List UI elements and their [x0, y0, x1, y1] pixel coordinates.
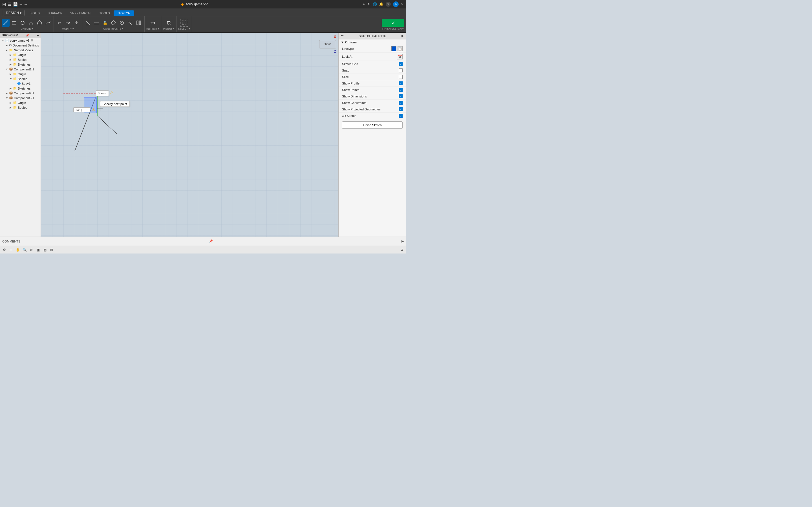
palette-checkbox[interactable]: ✓	[399, 114, 403, 118]
sketch-palette-expand-icon[interactable]: ▶	[402, 34, 404, 38]
arc-tool-btn[interactable]	[27, 19, 35, 27]
tab-sketch[interactable]: SKETCH	[114, 10, 134, 16]
browser-tree-item[interactable]: ▼ 📦 Component3:1	[0, 96, 41, 100]
browser-tree-item[interactable]: ▶ 📦 Component2:1	[0, 91, 41, 96]
finish-sketch-label[interactable]: FINISH SKETCH ▾	[382, 27, 404, 30]
move-tool-btn[interactable]: ✛	[72, 19, 80, 27]
plus-icon[interactable]: ＋	[362, 2, 365, 7]
palette-checkbox[interactable]	[399, 68, 403, 72]
bottom-view-btn[interactable]: □	[8, 247, 14, 253]
comments-pin-icon[interactable]: 📌	[209, 239, 213, 243]
constraint-lock-btn[interactable]: 🔒	[101, 19, 109, 27]
insert-image-btn[interactable]: 🖼	[165, 19, 172, 27]
svg-marker-11	[111, 20, 116, 25]
bottom-display1-btn[interactable]: ▣	[35, 247, 41, 253]
tree-label: Component1:1	[14, 68, 34, 71]
tree-icon: 📄	[5, 39, 9, 42]
browser-tree-item[interactable]: ▶ 📁 Origin	[0, 52, 41, 57]
select-btn[interactable]	[180, 19, 188, 27]
undo-icon[interactable]: ↩	[19, 2, 22, 6]
palette-options-title[interactable]: ▼ Options	[339, 40, 406, 45]
globe-icon[interactable]: 🌐	[373, 2, 377, 6]
select-label[interactable]: SELECT ▾	[178, 27, 190, 30]
design-button[interactable]: DESIGN ▾	[3, 10, 24, 16]
extend-tool-btn[interactable]	[64, 19, 72, 27]
user-avatar[interactable]: JP	[393, 1, 399, 7]
tab-tools[interactable]: TOOLS	[95, 10, 114, 16]
refresh-icon[interactable]: ↻	[368, 2, 370, 6]
menu-icon[interactable]: ☰	[8, 2, 11, 6]
browser-tree-item[interactable]: ▶ 📁 Origin	[0, 100, 41, 105]
bottom-settings-btn[interactable]: ⚙	[1, 247, 7, 253]
browser-expand-icon[interactable]: ▶	[37, 34, 39, 37]
browser-tree-item[interactable]: ▶ 📁 Origin	[0, 71, 41, 76]
browser-tree-item[interactable]: ▼ 📁 Bodies	[0, 76, 41, 81]
palette-checkbox[interactable]: ✓	[399, 88, 403, 92]
redo-icon[interactable]: ↪	[24, 2, 28, 6]
bottom-zoom2-btn[interactable]: ⊕	[28, 247, 35, 253]
browser-tree-item[interactable]: ▶ 📁 Named Views	[0, 48, 41, 52]
view-cube-top[interactable]: TOP	[319, 40, 336, 48]
bottom-zoom-btn[interactable]: 🔍	[21, 247, 28, 253]
constraint-coincident-btn[interactable]	[84, 19, 92, 27]
browser-tree-item[interactable]: ▶ 📁 Bodies	[0, 57, 41, 62]
palette-checkbox[interactable]: ✓	[399, 107, 403, 111]
bottom-gear-btn[interactable]: ⚙	[399, 247, 405, 253]
constraint-collinear-btn[interactable]	[93, 19, 100, 27]
browser-tree-item[interactable]: ▶ 📁 Sketches	[0, 62, 41, 67]
constraints-label[interactable]: CONSTRAINTS ▾	[103, 27, 123, 30]
spline-tool-btn[interactable]	[44, 19, 52, 27]
browser-tree-item[interactable]: 🔷 Body1	[0, 81, 41, 86]
palette-checkbox[interactable]: ✓	[399, 81, 403, 86]
close-icon[interactable]: ✕	[401, 2, 404, 6]
tab-solid[interactable]: SOLID	[27, 10, 44, 16]
tab-surface[interactable]: SURFACE	[44, 10, 66, 16]
linetype-copy-btn[interactable]: 📋	[398, 46, 403, 51]
rectangle-tool-btn[interactable]	[10, 19, 18, 27]
titlebar-left: ⊞ ☰ 💾 ↩ ↪	[2, 2, 28, 7]
palette-checkbox[interactable]: ✓	[399, 101, 403, 105]
save-icon[interactable]: 💾	[13, 2, 18, 6]
tree-extra-icon[interactable]: ⚙	[31, 39, 33, 42]
polygon-tool-btn[interactable]	[36, 19, 43, 27]
constraint-equal-btn[interactable]	[109, 19, 117, 27]
circle-tool-btn[interactable]	[18, 19, 27, 27]
palette-checkbox[interactable]: ✓	[399, 62, 403, 66]
constraint-tangent-btn[interactable]	[126, 19, 134, 27]
linetype-color-swatch[interactable]	[391, 46, 396, 51]
finish-sketch-palette-btn[interactable]: Finish Sketch	[342, 121, 403, 129]
angle-input-box[interactable]: 135 |	[73, 107, 90, 112]
tab-sheet-metal[interactable]: SHEET METAL	[66, 10, 95, 16]
palette-checkbox[interactable]: ✓	[399, 94, 403, 98]
app-grid-icon[interactable]: ⊞	[2, 2, 6, 7]
browser-tree-item[interactable]: ▼ 📦 Component1:1	[0, 67, 41, 71]
modify-label[interactable]: MODIFY ▾	[62, 27, 74, 30]
browser-tree-item[interactable]: ▶ 📁 Sketches	[0, 86, 41, 91]
bottom-pan-btn[interactable]: ✋	[15, 247, 21, 253]
browser-pin-icon[interactable]: 📌	[26, 34, 29, 37]
browser-tree-item[interactable]: ▼ 📄 sorry game v5 ⚙	[0, 38, 41, 43]
browser-tree-item[interactable]: ▶ 📁 Bodies	[0, 105, 41, 110]
finish-sketch-toolbar-btn[interactable]	[382, 19, 404, 27]
tree-label: sorry game v5	[10, 39, 30, 42]
bottom-display3-btn[interactable]: ⊞	[49, 247, 55, 253]
insert-label[interactable]: INSERT ▾	[163, 27, 174, 30]
look-at-btn[interactable]: 📅	[397, 54, 403, 59]
canvas[interactable]: 5 mm ⚠ 135 | ⚠ Specify next point X TOP …	[41, 33, 338, 237]
line-tool-btn[interactable]	[2, 19, 10, 27]
toolbar-create: CREATE ▾	[0, 16, 54, 33]
bottom-display2-btn[interactable]: ▦	[42, 247, 48, 253]
inspect-btn[interactable]	[149, 19, 157, 27]
create-label[interactable]: CREATE ▾	[20, 27, 33, 30]
help-icon[interactable]: ?	[386, 2, 391, 7]
inspect-label[interactable]: INSPECT ▾	[146, 27, 159, 30]
trim-tool-btn[interactable]: ✂	[56, 19, 63, 27]
constraint-symmetry-btn[interactable]	[135, 19, 143, 27]
constraint-concentric-btn[interactable]	[118, 19, 126, 27]
browser-tree-item[interactable]: ▶ ⚙ Document Settings	[0, 43, 41, 48]
tree-icon: 📁	[13, 87, 17, 90]
toolbar-insert: 🖼 INSERT ▾	[161, 16, 176, 33]
comments-expand-icon[interactable]: ▶	[402, 239, 404, 243]
palette-checkbox[interactable]	[399, 75, 403, 79]
bell-icon[interactable]: 🔔	[379, 2, 384, 6]
